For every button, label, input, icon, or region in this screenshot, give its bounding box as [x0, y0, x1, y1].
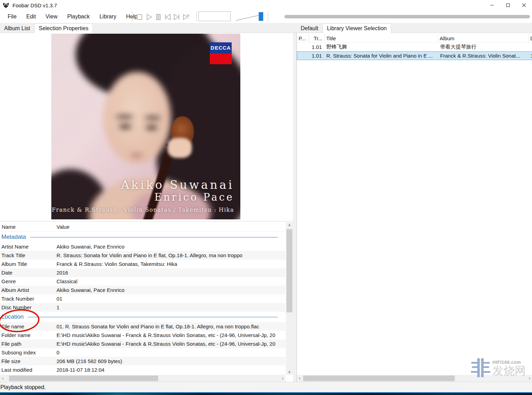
seek-bar[interactable]: [284, 15, 530, 18]
cover-artist-1: Akiko Suwanai: [52, 178, 234, 191]
volume-slider-handle[interactable]: [259, 12, 263, 21]
property-row[interactable]: Subsong index0: [0, 348, 285, 357]
properties-header: Name Value: [0, 222, 285, 232]
status-text: Playback stopped.: [0, 384, 46, 390]
playlist-col-title[interactable]: Title: [325, 34, 438, 43]
property-row[interactable]: Artist NameAkiko Suwanai, Pace Ennrico: [0, 242, 285, 251]
section-location: Location: [0, 312, 285, 322]
playlist-cell-title: 野蜂飞舞: [325, 44, 438, 50]
section-title: Metadata: [0, 234, 26, 241]
maximize-button[interactable]: [500, 0, 516, 10]
album-cover: DECCA Akiko Suwanai Enrico Pace Franck &…: [51, 34, 240, 219]
scroll-left-icon[interactable]: ‹: [297, 375, 302, 382]
playlist-row[interactable]: 1.01R. Strauss: Sonata for Violin and Pi…: [297, 51, 532, 60]
playlist-row[interactable]: 1.01野蜂飞舞带着大提琴旅行: [297, 43, 532, 51]
menu-view[interactable]: View: [41, 14, 62, 20]
scroll-up-icon[interactable]: ∧: [286, 222, 293, 228]
property-row[interactable]: File size206 MB (216 582 609 bytes): [0, 357, 285, 365]
main-area: DECCA Akiko Suwanai Enrico Pace Franck &…: [0, 33, 532, 382]
property-row[interactable]: Album ArtistAkiko Suwanai, Pace Ennrico: [0, 286, 285, 294]
menu-edit[interactable]: Edit: [22, 14, 41, 20]
property-row[interactable]: Album TitleFranck & R.Strauss: Violin So…: [0, 260, 285, 268]
pause-icon[interactable]: [153, 12, 163, 22]
scroll-right-icon[interactable]: ›: [527, 375, 532, 382]
tab-default[interactable]: Default: [297, 24, 323, 33]
watermark: 非 HIFI168.com 发烧网: [471, 358, 526, 378]
property-name: Track Number: [0, 296, 55, 302]
section-line: [30, 237, 278, 237]
property-value: 206 MB (216 582 609 bytes): [55, 358, 285, 364]
playlist-cell-album: Franck & R.Strauss: Violin Sonat...: [438, 53, 529, 59]
tab-library-viewer-selection[interactable]: Library Viewer Selection: [323, 23, 391, 33]
selection-properties-panel: DECCA Akiko Suwanai Enrico Pace Franck &…: [0, 33, 293, 382]
property-row[interactable]: Disc Number1: [0, 303, 285, 312]
tab-album-list[interactable]: Album List: [0, 24, 34, 33]
playlist-col-d[interactable]: D: [529, 34, 532, 43]
properties-vertical-scrollbar[interactable]: ∧ ∨: [286, 222, 293, 375]
volume-slider[interactable]: [235, 11, 266, 22]
properties-col-value[interactable]: Value: [55, 224, 69, 230]
property-row[interactable]: Track TitleR. Strauss: Sonata for Violin…: [0, 251, 285, 260]
cover-face-detail: [144, 116, 161, 119]
property-value: 0: [55, 350, 285, 355]
scroll-down-icon[interactable]: ∨: [286, 369, 293, 375]
next-track-icon[interactable]: [172, 12, 181, 22]
playlist-cell-d: 1: [529, 53, 532, 59]
playlist-col-p[interactable]: P...: [297, 34, 309, 43]
property-value: 01: [55, 296, 285, 302]
toolbar-separator: [268, 12, 268, 22]
window-title: Foobar DSD v1.3.7: [12, 2, 57, 8]
property-row[interactable]: File name01. R. Strauss Sonata for Violi…: [0, 322, 285, 331]
property-value: 2018-11-07 18:12:04: [55, 367, 285, 373]
property-value: E:\HD music\Akiko Suwanai - Franck & R.S…: [55, 332, 285, 338]
property-row[interactable]: Folder nameE:\HD music\Akiko Suwanai - F…: [0, 331, 285, 339]
play-icon[interactable]: [144, 12, 153, 22]
properties-body: MetadataArtist NameAkiko Suwanai, Pace E…: [0, 232, 285, 374]
property-name: Track Title: [0, 252, 55, 258]
watermark-logo: 非: [471, 358, 490, 378]
scroll-left-icon[interactable]: ‹: [0, 375, 6, 382]
playlist-col-tr[interactable]: Tr...: [309, 34, 325, 43]
properties-col-name[interactable]: Name: [0, 224, 55, 230]
property-row[interactable]: Last modified2018-11-07 18:12:04: [0, 365, 285, 374]
cover-face-detail: [115, 115, 134, 118]
section-line: [28, 317, 278, 317]
property-value: 01. R. Strauss Sonata for Violin and Pia…: [55, 323, 285, 329]
previous-track-icon[interactable]: [163, 12, 172, 22]
horizontal-scroll-thumb[interactable]: [303, 376, 455, 381]
tab-selection-properties[interactable]: Selection Properties: [34, 23, 93, 33]
property-row[interactable]: File pathE:\HD music\Akiko Suwanai - Fra…: [0, 339, 285, 348]
stop-icon[interactable]: [135, 12, 144, 22]
minimize-button[interactable]: [484, 0, 500, 10]
playlist-rows: 1.01野蜂飞舞带着大提琴旅行1.01R. Strauss: Sonata fo…: [297, 43, 532, 60]
playlist-col-album[interactable]: Album: [438, 34, 529, 43]
status-bar: Playback stopped.: [0, 382, 532, 392]
property-name: File path: [0, 341, 55, 347]
playlist-cell-album: 带着大提琴旅行: [438, 44, 529, 50]
properties-horizontal-scrollbar[interactable]: ‹ ›: [0, 375, 285, 382]
property-row[interactable]: Track Number01: [0, 294, 285, 303]
horizontal-scroll-thumb[interactable]: [9, 376, 158, 381]
left-panel-tabs: Album ListSelection Properties: [0, 23, 93, 33]
property-name: Album Title: [0, 261, 55, 267]
vertical-scroll-thumb[interactable]: [286, 229, 292, 312]
property-value: Classical: [55, 278, 285, 284]
property-row[interactable]: Date2016: [0, 268, 285, 277]
tab-strip: Album ListSelection Properties DefaultLi…: [0, 23, 532, 33]
menu-playback[interactable]: Playback: [62, 14, 95, 20]
playback-order-box[interactable]: [198, 11, 231, 21]
menu-file[interactable]: File: [3, 14, 22, 20]
menu-bar: FileEditViewPlaybackLibraryHelp: [3, 10, 142, 23]
playlist-cell-tr: 1.01: [309, 53, 325, 59]
close-button[interactable]: [516, 0, 532, 10]
cover-artist-2: Enrico Pace: [52, 191, 234, 203]
menu-library[interactable]: Library: [95, 14, 121, 20]
cover-subtitle: Franck & R.Strauss : Violin Sonatas / Ta…: [52, 207, 234, 213]
properties-list: Name Value MetadataArtist NameAkiko Suwa…: [0, 222, 285, 375]
property-row[interactable]: GenreClassical: [0, 277, 285, 286]
playlist-cell-title: R. Strauss: Sonata for Violin and Piano …: [325, 53, 438, 59]
random-play-icon[interactable]: [181, 12, 191, 22]
scroll-right-icon[interactable]: ›: [280, 375, 285, 382]
property-value: Franck & R.Strauss: Violin Sonatas, Take…: [55, 261, 285, 267]
cover-titles: Akiko Suwanai Enrico Pace Franck & R.Str…: [52, 178, 234, 213]
